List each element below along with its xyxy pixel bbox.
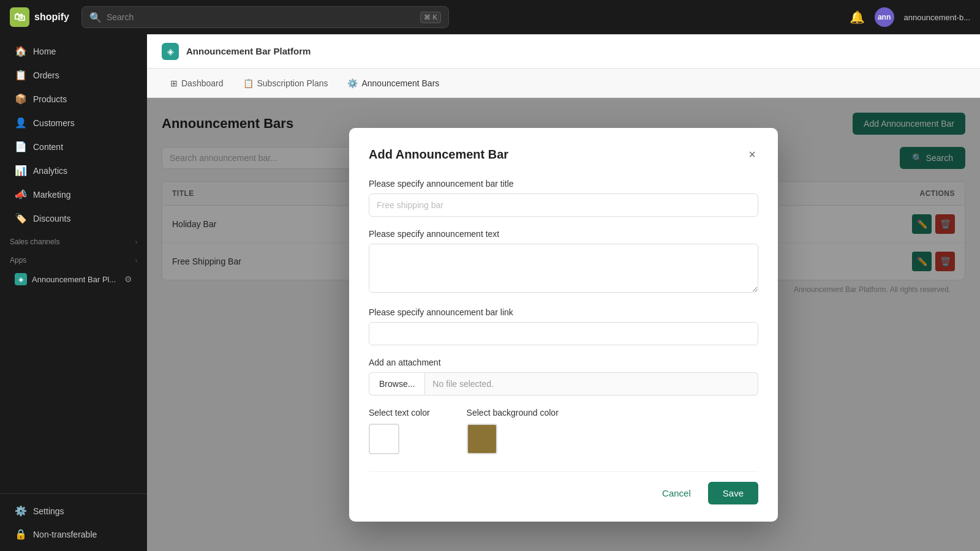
- gear-icon: ⚙: [124, 274, 132, 284]
- sidebar-item-label: Analytics: [33, 166, 67, 176]
- lock-icon: 🔒: [15, 528, 27, 540]
- home-icon: 🏠: [15, 45, 27, 57]
- notification-button[interactable]: 🔔: [850, 10, 865, 24]
- analytics-icon: 📊: [15, 165, 27, 176]
- search-icon: 🔍: [89, 12, 102, 23]
- settings-icon: ⚙️: [15, 505, 27, 517]
- topbar-right: 🔔 ann announcement-b...: [850, 7, 970, 27]
- modal-header: Add Announcement Bar ×: [369, 145, 758, 164]
- sidebar-item-non-transferable[interactable]: 🔒 Non-transferable: [5, 523, 142, 545]
- app-sub-icon: ◈: [15, 273, 27, 285]
- nav-item-subscription[interactable]: 📋 Subscription Plans: [235, 73, 337, 93]
- form-group-bar-text: Please specify announcement text: [369, 229, 758, 295]
- text-color-swatch[interactable]: [369, 424, 399, 454]
- shopify-logo: 🛍 shopify: [10, 7, 69, 27]
- sidebar-item-discounts[interactable]: 🏷️ Discounts: [5, 207, 142, 230]
- bg-color-section: Select background color: [467, 408, 559, 454]
- nav-label: Subscription Plans: [257, 78, 328, 88]
- main-layout: 🏠 Home 📋 Orders 📦 Products 👤 Customers 📄…: [0, 34, 980, 551]
- sales-channels-section: Sales channels ›: [0, 230, 147, 249]
- sidebar: 🏠 Home 📋 Orders 📦 Products 👤 Customers 📄…: [0, 34, 147, 551]
- save-button[interactable]: Save: [708, 482, 758, 504]
- form-group-bar-link: Please specify announcement bar link: [369, 307, 758, 345]
- cancel-button[interactable]: Cancel: [652, 482, 701, 504]
- app-title: Announcement Bar Platform: [186, 46, 311, 56]
- sidebar-item-analytics[interactable]: 📊 Analytics: [5, 159, 142, 182]
- discounts-icon: 🏷️: [15, 212, 27, 224]
- form-group-bar-title: Please specify announcement bar title: [369, 179, 758, 217]
- app-item-label: Announcement Bar Pl...: [32, 275, 116, 284]
- topbar: 🛍 shopify 🔍 ⌘ K 🔔 ann announcement-b...: [0, 0, 980, 34]
- topbar-search-bar[interactable]: 🔍 ⌘ K: [81, 6, 449, 28]
- orders-icon: 📋: [15, 69, 27, 81]
- sidebar-item-orders[interactable]: 📋 Orders: [5, 64, 142, 86]
- bar-link-label: Please specify announcement bar link: [369, 307, 758, 317]
- sidebar-item-content[interactable]: 📄 Content: [5, 135, 142, 158]
- nav-label: Announcement Bars: [361, 78, 439, 88]
- shopify-bag-icon: 🛍: [10, 7, 29, 27]
- sidebar-item-customers[interactable]: 👤 Customers: [5, 111, 142, 134]
- search-input[interactable]: [107, 12, 416, 22]
- bar-link-input[interactable]: [369, 322, 758, 345]
- bar-text-label: Please specify announcement text: [369, 229, 758, 239]
- sidebar-item-settings[interactable]: ⚙️ Settings: [5, 500, 142, 522]
- chevron-right-icon: ›: [135, 239, 137, 246]
- sidebar-item-label: Customers: [33, 118, 75, 128]
- color-pickers-row: Select text color Select background colo…: [369, 408, 758, 454]
- sidebar-item-label: Home: [33, 47, 56, 56]
- announcement-bars-icon: ⚙️: [347, 78, 358, 88]
- keyboard-shortcut: ⌘ K: [420, 12, 440, 23]
- bg-color-label: Select background color: [467, 408, 559, 418]
- add-announcement-modal: Add Announcement Bar × Please specify an…: [349, 128, 778, 522]
- modal-title: Add Announcement Bar: [369, 148, 508, 162]
- content-icon: 📄: [15, 141, 27, 152]
- user-name: announcement-b...: [904, 13, 970, 22]
- nav-item-dashboard[interactable]: ⊞ Dashboard: [162, 73, 232, 93]
- marketing-icon: 📣: [15, 189, 27, 200]
- customers-icon: 👤: [15, 117, 27, 129]
- sidebar-item-label: Settings: [33, 506, 64, 516]
- bg-color-swatch[interactable]: [467, 424, 497, 454]
- dashboard-icon: ⊞: [170, 78, 178, 88]
- modal-overlay[interactable]: Add Announcement Bar × Please specify an…: [147, 98, 980, 551]
- user-avatar: ann: [875, 7, 894, 27]
- sidebar-item-announcement-bar-platform[interactable]: ◈ Announcement Bar Pl... ⚙: [5, 268, 142, 291]
- main-content: ◈ Announcement Bar Platform ⊞ Dashboard …: [147, 34, 980, 551]
- bar-text-textarea[interactable]: [369, 244, 758, 293]
- sidebar-item-label: Discounts: [33, 214, 70, 223]
- app-logo: ◈: [162, 43, 179, 60]
- sidebar-item-label: Products: [33, 94, 67, 104]
- sidebar-item-label: Orders: [33, 70, 59, 80]
- products-icon: 📦: [15, 93, 27, 105]
- sidebar-bottom: ⚙️ Settings 🔒 Non-transferable: [0, 493, 147, 546]
- text-color-label: Select text color: [369, 408, 430, 418]
- app-header: ◈ Announcement Bar Platform: [147, 34, 980, 69]
- nav-label: Dashboard: [181, 78, 224, 88]
- browse-button[interactable]: Browse...: [369, 372, 424, 395]
- apps-section: Apps ›: [0, 249, 147, 267]
- sidebar-item-label: Content: [33, 142, 63, 152]
- nav-item-announcement-bars[interactable]: ⚙️ Announcement Bars: [339, 73, 448, 93]
- sidebar-item-label: Marketing: [33, 190, 70, 200]
- bar-title-label: Please specify announcement bar title: [369, 179, 758, 189]
- sidebar-item-home[interactable]: 🏠 Home: [5, 40, 142, 62]
- modal-close-button[interactable]: ×: [746, 145, 758, 164]
- page-body: Announcement Bars Add Announcement Bar 🔍…: [147, 98, 980, 551]
- attachment-label: Add an attachment: [369, 358, 758, 367]
- attachment-row: Browse... No file selected.: [369, 372, 758, 395]
- file-selected-display: No file selected.: [424, 372, 758, 395]
- modal-footer: Cancel Save: [369, 471, 758, 504]
- shopify-text: shopify: [34, 12, 69, 23]
- user-initials: ann: [878, 13, 891, 21]
- text-color-section: Select text color: [369, 408, 430, 454]
- app-nav: ⊞ Dashboard 📋 Subscription Plans ⚙️ Anno…: [147, 69, 980, 98]
- sidebar-item-marketing[interactable]: 📣 Marketing: [5, 183, 142, 206]
- subscription-icon: 📋: [243, 78, 254, 88]
- form-group-attachment: Add an attachment Browse... No file sele…: [369, 358, 758, 395]
- sidebar-item-products[interactable]: 📦 Products: [5, 88, 142, 110]
- bar-title-input[interactable]: [369, 193, 758, 217]
- chevron-right-icon: ›: [135, 257, 137, 264]
- sidebar-item-label: Non-transferable: [33, 530, 97, 539]
